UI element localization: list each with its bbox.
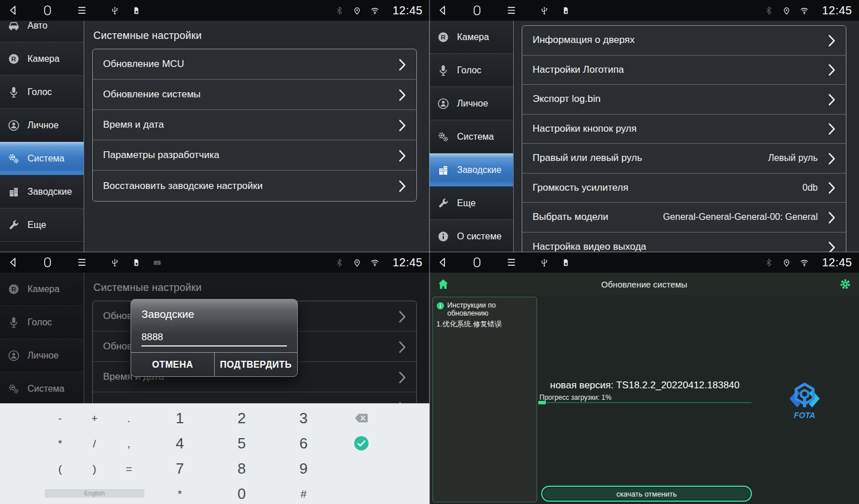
confirm-button[interactable]: ПОДТВЕРДИТЬ (215, 353, 298, 376)
key-3[interactable]: 3 (300, 411, 308, 426)
key-4[interactable]: 4 (176, 436, 184, 451)
instructions-title: Инструкции по обновлению (447, 301, 533, 317)
key-slash[interactable]: / (93, 438, 96, 449)
key-asterisk[interactable]: * (58, 438, 62, 449)
key-paren-close[interactable]: ) (93, 463, 96, 474)
menu-icon[interactable] (505, 4, 518, 17)
factory-icon (436, 163, 450, 177)
chevron-right-icon (399, 310, 406, 322)
sidebar-item-camera[interactable]: R Камера (0, 42, 84, 76)
back-icon[interactable] (436, 256, 449, 269)
home-green-icon[interactable] (437, 278, 450, 290)
status-bar-right: 12:45 (764, 4, 852, 17)
sidebar-item-about[interactable]: О системе (430, 220, 513, 252)
list-item-logo-settings[interactable]: Настройки Логотипа (522, 56, 846, 85)
list-item-date-time[interactable]: Время и дата (93, 110, 416, 140)
list-item-mcu-update[interactable]: Обновление MCU (93, 49, 416, 80)
key-6[interactable]: 6 (300, 436, 308, 451)
status-mini-icons (110, 6, 141, 15)
home-icon[interactable] (41, 4, 54, 17)
chevron-right-icon (399, 58, 406, 70)
list-item-video-output[interactable]: Настройка видео выхода (522, 233, 846, 253)
sd-card-icon (131, 258, 141, 267)
sidebar-item-voice[interactable]: Голос (430, 54, 513, 87)
list-item-amp-volume[interactable]: Громкость усилителя 0db (522, 174, 846, 203)
status-mini-icons (110, 258, 162, 267)
menu-icon[interactable] (76, 256, 88, 269)
key-7[interactable]: 7 (176, 461, 184, 476)
status-mini-icons (539, 6, 570, 15)
location-icon (352, 258, 362, 267)
key-plus[interactable]: + (91, 413, 97, 424)
key-comma[interactable]: , (127, 438, 130, 449)
location-icon (782, 258, 791, 267)
status-bar: 12:45 (430, 0, 859, 21)
key-9[interactable]: 9 (300, 461, 308, 476)
sidebar-item-factory-selected[interactable]: Заводские (430, 153, 513, 187)
back-icon[interactable] (7, 256, 19, 269)
sidebar-item-more[interactable]: Еще (0, 208, 84, 242)
key-period[interactable]: . (127, 413, 130, 424)
home-icon[interactable] (471, 256, 483, 269)
sidebar-item-personal[interactable]: Личное (430, 87, 513, 120)
key-1[interactable]: 1 (176, 411, 184, 426)
cancel-button[interactable]: ОТМЕНА (131, 353, 215, 376)
home-icon[interactable] (41, 256, 54, 269)
camera-icon: R (7, 52, 21, 66)
list-item-door-info[interactable]: Информация о дверях (522, 26, 846, 56)
sidebar-item-personal[interactable]: Личное (0, 109, 84, 142)
key-star[interactable]: * (178, 489, 182, 499)
sidebar-item-system-selected[interactable]: Система (0, 142, 84, 175)
list-item-select-model[interactable]: Выбрать модели General-General-General-0… (522, 203, 846, 233)
list-item-factory-reset[interactable]: Восстановить заводские настройки (93, 171, 416, 201)
backspace-key[interactable] (354, 413, 369, 424)
sidebar-item-voice[interactable]: Голос (0, 306, 84, 339)
sidebar-item-camera[interactable]: R Камера (0, 273, 84, 306)
key-2[interactable]: 2 (238, 411, 246, 426)
sidebar-item-camera[interactable]: R Камера (430, 21, 513, 54)
clock: 12:45 (822, 4, 852, 17)
progress-fill (538, 401, 546, 404)
sidebar-item-system[interactable]: Система (430, 120, 513, 153)
language-switch-key[interactable]: English (45, 489, 144, 498)
usb-icon (110, 258, 120, 267)
key-minus[interactable]: - (58, 413, 62, 424)
menu-icon[interactable] (76, 4, 88, 17)
sidebar-item-personal[interactable]: Личное (0, 339, 84, 372)
bluetooth-icon (764, 258, 774, 267)
sidebar-item-more[interactable]: Еще (430, 187, 513, 220)
menu-icon[interactable] (505, 256, 518, 269)
wifi-icon (370, 258, 380, 267)
list-item-system-update[interactable]: Обновление системы (93, 80, 416, 110)
back-icon[interactable] (7, 4, 19, 17)
download-cancel-button[interactable]: скачать отменить (541, 486, 752, 502)
sidebar-item-voice[interactable]: Голос (0, 76, 84, 109)
sidebar-item-auto[interactable]: Авто (0, 21, 84, 42)
location-icon (782, 6, 791, 15)
list-item-export-log[interactable]: Экспорт log.bin (522, 85, 846, 115)
clock: 12:45 (822, 256, 852, 269)
key-5[interactable]: 5 (238, 436, 246, 451)
stitched-screenshots: 12:45 Авто R Камера Голос Личн (0, 0, 859, 504)
list-item-steering-buttons[interactable]: Настройки кнопок руля (522, 115, 846, 144)
back-icon[interactable] (436, 4, 449, 17)
list-item-developer-options[interactable]: Параметры разработчика (93, 140, 416, 171)
key-8[interactable]: 8 (238, 461, 246, 476)
password-input[interactable]: 8888 (141, 332, 287, 346)
key-hash[interactable]: # (301, 489, 307, 499)
key-0[interactable]: 0 (238, 486, 246, 501)
list-item-steering-side[interactable]: Правый или левый руль Левый руль (522, 144, 846, 174)
sd-card-icon (131, 6, 141, 15)
sidebar-item-system[interactable]: Система (0, 372, 84, 405)
settings-gear-icon[interactable] (839, 278, 852, 290)
home-icon[interactable] (471, 4, 483, 17)
settings-sidebar: Авто R Камера Голос Личное Система (0, 21, 84, 252)
confirm-key[interactable] (354, 436, 369, 451)
chevron-right-icon (828, 64, 836, 76)
new-version-text: новая версия: TS18.2.2_20220412.183840 (538, 380, 751, 391)
key-paren-open[interactable]: ( (58, 463, 62, 474)
chevron-right-icon (399, 149, 406, 162)
sidebar-item-factory[interactable]: Заводские (0, 175, 84, 208)
status-bar: 12:45 (430, 252, 859, 273)
key-equals[interactable]: = (125, 463, 132, 474)
